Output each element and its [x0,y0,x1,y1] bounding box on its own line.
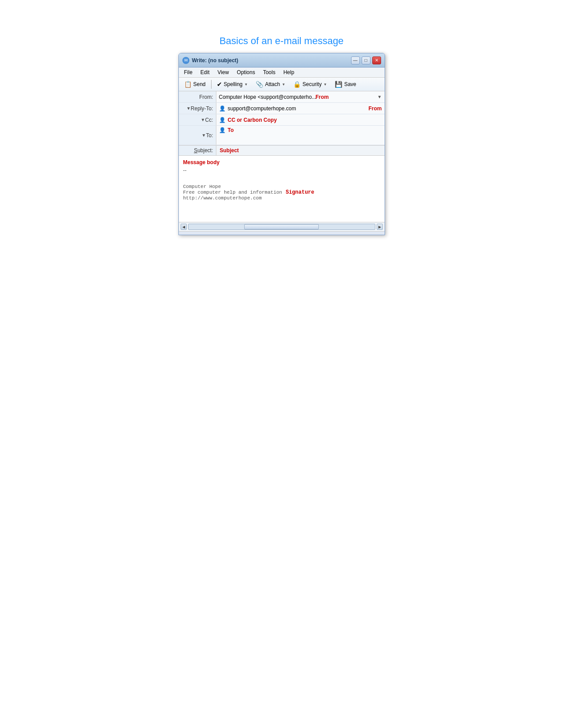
reply-to-annotation: From [369,105,382,112]
message-body-area[interactable]: Message body -- Computer Hope Free compu… [179,156,385,222]
scroll-thumb[interactable] [244,224,319,229]
from-label: From: [179,91,216,102]
menu-help[interactable]: Help [280,68,298,76]
menu-view[interactable]: View [214,68,233,76]
save-icon: 💾 [335,81,342,88]
spelling-icon: ✔ [217,81,222,88]
menu-file[interactable]: File [181,68,196,76]
reply-to-field-content: 👤 support@computerhope.com From [216,104,385,113]
security-button[interactable]: 🔒 Security ▼ [290,79,330,90]
reply-to-row: ▼ Reply-To: 👤 support@computerhope.com F… [179,103,385,114]
subject-value[interactable]: Subject [220,147,239,154]
cc-arrow[interactable]: ▼ [199,117,205,122]
from-row: From: Computer Hope <support@computerho.… [179,91,385,103]
scroll-right-button[interactable]: ▶ [377,224,383,230]
to-arrow[interactable]: ▼ [200,133,206,138]
close-button[interactable]: ✕ [372,56,381,64]
page-title: Basics of an e-mail message [219,35,344,47]
signature-line-1: Computer Hope [183,184,221,189]
cc-row: ▼ Cc: 👤 CC or Carbon Copy [179,114,385,126]
to-person-icon: 👤 [219,127,226,133]
cc-person-icon: 👤 [219,117,226,123]
signature-line-2: Free computer help and information [183,190,282,195]
security-label: Security [302,81,321,87]
reply-to-person-icon: 👤 [219,105,226,112]
menu-options[interactable]: Options [233,68,258,76]
subject-row: Subject: Subject [179,146,385,156]
message-body-separator: -- [183,167,380,173]
spelling-label: Spelling [224,81,243,87]
security-dropdown-arrow: ▼ [323,83,327,86]
signature-block: Computer Hope Free computer help and inf… [183,184,380,201]
scroll-track[interactable] [188,224,375,230]
from-field-content: Computer Hope <support@computerho... ▼ [216,93,385,101]
signature-line-3: http://www.computerhope.com [183,195,262,201]
attach-button[interactable]: 📎 Attach ▼ [252,79,289,90]
email-fields: From: Computer Hope <support@computerho.… [179,91,385,146]
to-value[interactable]: To [228,127,234,133]
reply-to-value[interactable]: support@computerhope.com [228,105,363,112]
cc-label-cell: ▼ Cc: [179,114,216,125]
attach-label: Attach [265,81,280,87]
window-bottom [179,231,385,235]
window-icon: ✉ [182,57,189,64]
scrollbar-area: ◀ ▶ [179,222,385,231]
to-label-cell: ▼ To: [179,126,216,145]
from-annotation: From [316,94,329,100]
send-icon: 📋 [184,81,192,88]
save-label: Save [344,81,356,87]
menu-edit[interactable]: Edit [197,68,213,76]
to-row: ▼ To: 👤 To [179,126,385,145]
send-label: Send [193,81,206,87]
send-button[interactable]: 📋 Send [181,79,209,90]
toolbar-separator-1 [211,80,212,89]
spelling-dropdown-arrow: ▼ [244,83,248,86]
from-value[interactable]: Computer Hope <support@computerho... [219,94,375,100]
maximize-button[interactable]: □ [362,56,370,64]
title-bar: ✉ Write: (no subject) — □ ✕ [179,53,385,68]
reply-to-label-cell: ▼ Reply-To: [179,103,216,114]
email-compose-window: ✉ Write: (no subject) — □ ✕ File Edit Vi… [178,53,385,235]
message-body-label: Message body [183,159,220,165]
window-title: Write: (no subject) [192,57,351,64]
attach-icon: 📎 [256,81,263,88]
reply-to-arrow[interactable]: ▼ [185,106,191,111]
signature-annotation: Signature [286,189,314,195]
to-field-content: 👤 To [216,126,385,145]
security-icon: 🔒 [293,81,301,88]
window-controls: — □ ✕ [351,56,381,64]
toolbar: 📋 Send ✔ Spelling ▼ 📎 Attach ▼ 🔒 Securit… [179,78,385,91]
cc-value[interactable]: CC or Carbon Copy [228,117,277,123]
minimize-button[interactable]: — [351,56,360,64]
from-dropdown-arrow[interactable]: ▼ [378,94,382,99]
menu-tools[interactable]: Tools [260,68,279,76]
save-button[interactable]: 💾 Save [331,79,359,90]
attach-dropdown-arrow: ▼ [282,83,285,86]
cc-field-content: 👤 CC or Carbon Copy [216,116,385,124]
scroll-left-button[interactable]: ◀ [181,224,187,230]
subject-field-content[interactable]: Subject [216,146,385,155]
subject-label: Subject: [179,146,216,155]
spelling-button[interactable]: ✔ Spelling ▼ [213,79,252,90]
menu-bar: File Edit View Options Tools Help [179,68,385,78]
